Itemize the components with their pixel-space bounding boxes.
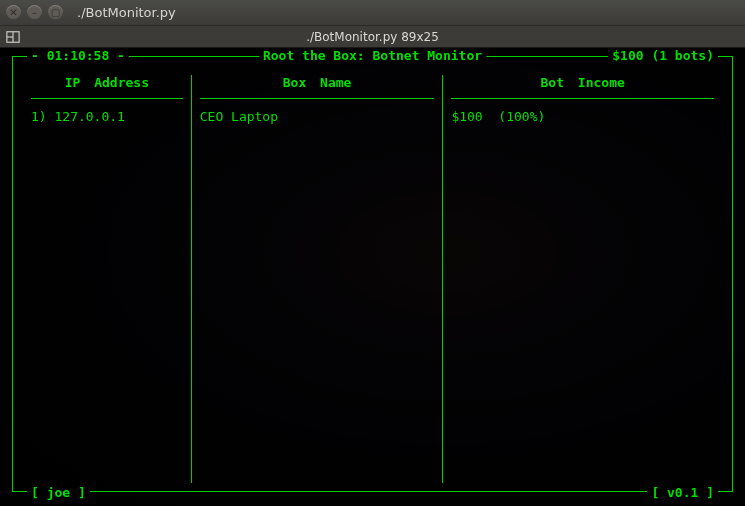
footer-row: [ joe ] [ v0.1 ] (13, 485, 732, 500)
app-frame: - 01:10:58 - Root the Box: Botnet Monito… (12, 56, 733, 492)
table-row: CEO Laptop (200, 109, 435, 124)
table-row: $100 (100%) (451, 109, 714, 124)
column-income: Bot Income $100 (100%) (442, 75, 722, 483)
app-title: Root the Box: Botnet Monitor (259, 48, 486, 63)
window-titlebar: ✕ – ▢ ./BotMonitor.py (0, 0, 745, 26)
window-title: ./BotMonitor.py (77, 5, 176, 20)
terminal-viewport[interactable]: - 01:10:58 - Root the Box: Botnet Monito… (0, 48, 745, 506)
terminal-tabbar: ./BotMonitor.py 89x25 (0, 26, 745, 48)
split-panes-icon[interactable] (0, 26, 26, 48)
column-header-income: Bot Income (451, 75, 714, 99)
version-label: [ v0.1 ] (647, 485, 718, 500)
clock-label: - 01:10:58 - (27, 48, 129, 63)
column-box: Box Name CEO Laptop (191, 75, 443, 483)
maximize-icon[interactable]: ▢ (48, 5, 63, 20)
table: IP Address 1) 127.0.0.1 Box Name CEO Lap… (13, 57, 732, 491)
column-header-ip: IP Address (31, 75, 183, 99)
minimize-icon[interactable]: – (27, 5, 42, 20)
table-row: 1) 127.0.0.1 (31, 109, 183, 124)
close-icon[interactable]: ✕ (6, 5, 21, 20)
summary-label: $100 (1 bots) (608, 48, 718, 63)
header-row: - 01:10:58 - Root the Box: Botnet Monito… (13, 48, 732, 63)
column-header-box: Box Name (200, 75, 435, 99)
column-ip: IP Address 1) 127.0.0.1 (23, 75, 191, 483)
terminal-size-label: ./BotMonitor.py 89x25 (26, 30, 745, 44)
user-label: [ joe ] (27, 485, 90, 500)
